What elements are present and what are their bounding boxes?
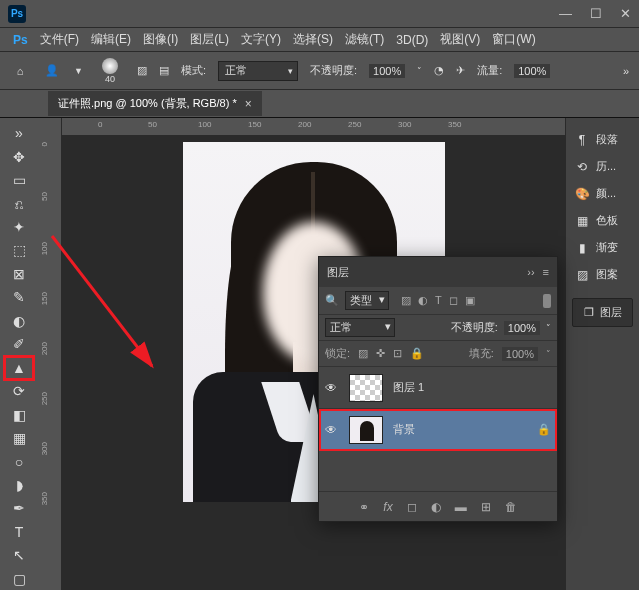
menu-filter[interactable]: 滤镜(T) [340,29,389,50]
layers-stack-icon: ❐ [584,306,594,319]
layer-row-background[interactable]: 👁 背景 🔒 [319,409,557,451]
dock-layers-button[interactable]: ❐图层 [572,298,633,327]
filter-type-select[interactable]: 类型 [345,291,389,310]
collapse-toolbar[interactable]: » [5,122,33,144]
history-icon: ⟲ [574,160,590,174]
new-layer-icon[interactable]: ⊞ [481,500,491,514]
menu-file[interactable]: 文件(F) [35,29,84,50]
visibility-icon[interactable]: 👁 [325,381,339,395]
eraser-tool[interactable]: ◧ [5,403,33,425]
dock-history[interactable]: ⟲历... [566,153,639,180]
pen-tool[interactable]: ✒ [5,497,33,519]
brush-tool[interactable]: ✐ [5,333,33,355]
type-tool[interactable]: T [5,521,33,543]
pattern-icon: ▨ [574,268,590,282]
layer-opacity-value[interactable]: 100% [504,321,540,335]
layer-name[interactable]: 背景 [393,422,415,437]
layer-row[interactable]: 👁 图层 1 [319,367,557,409]
filter-pixel-icon[interactable]: ▨ [401,294,411,307]
menu-image[interactable]: 图像(I) [138,29,183,50]
shape-tool[interactable]: ▢ [5,568,33,590]
document-tab[interactable]: 证件照.png @ 100% (背景, RGB/8) * × [48,91,262,116]
visibility-icon[interactable]: 👁 [325,423,339,437]
mode-label: 模式: [181,63,206,78]
dock-color[interactable]: 🎨颜... [566,180,639,207]
menu-type[interactable]: 文字(Y) [236,29,286,50]
horizontal-ruler: 0 50 100 150 200 250 300 350 [62,118,565,136]
brush-panel-icon[interactable]: ▨ [137,64,147,77]
tool-preset-icon[interactable]: 👤 [42,61,62,81]
dock-paragraph[interactable]: ¶段落 [566,126,639,153]
blend-mode-select[interactable]: 正常 [218,61,298,81]
crop-tool[interactable]: ⬚ [5,239,33,261]
filter-adjust-icon[interactable]: ◐ [418,294,428,307]
layer-blend-select[interactable]: 正常 [325,318,395,337]
lock-artboard-icon[interactable]: ⊡ [393,347,402,360]
tab-close-icon[interactable]: × [245,97,252,111]
pressure-opacity-icon[interactable]: ◔ [434,64,444,77]
flow-label: 流量: [477,63,502,78]
lock-pixels-icon[interactable]: ▨ [358,347,368,360]
home-icon[interactable]: ⌂ [10,61,30,81]
menu-3d[interactable]: 3D(D) [391,31,433,49]
layer-style-icon[interactable]: fx [383,500,392,514]
marquee-tool[interactable]: ▭ [5,169,33,191]
filter-shape-icon[interactable]: ◻ [449,294,458,307]
opacity-value[interactable]: 100% [369,64,405,78]
link-layers-icon[interactable]: ⚭ [359,500,369,514]
filter-smart-icon[interactable]: ▣ [465,294,475,307]
swatches-icon: ▦ [574,214,590,228]
right-dock: ¶段落 ⟲历... 🎨颜... ▦色板 ▮渐变 ▨图案 ❐图层 [565,118,639,590]
airbrush-icon[interactable]: ✈ [456,64,465,77]
menu-edit[interactable]: 编辑(E) [86,29,136,50]
close-button[interactable]: ✕ [620,6,631,21]
dock-swatches[interactable]: ▦色板 [566,207,639,234]
layer-name[interactable]: 图层 1 [393,380,424,395]
panel-menu-icon[interactable]: ≡ [543,266,549,278]
move-tool[interactable]: ✥ [5,145,33,167]
collapse-icon[interactable]: » [623,65,629,77]
menu-window[interactable]: 窗口(W) [487,29,540,50]
menu-layer[interactable]: 图层(L) [185,29,234,50]
vertical-ruler: 0 50 100 150 200 250 300 350 [38,118,62,590]
minimize-button[interactable]: — [559,6,572,21]
color-icon: 🎨 [574,187,590,201]
dock-pattern[interactable]: ▨图案 [566,261,639,288]
adjustment-icon[interactable]: ◐ [431,500,441,514]
lock-all-icon[interactable]: 🔒 [410,347,424,360]
menu-select[interactable]: 选择(S) [288,29,338,50]
filter-type-icon[interactable]: T [435,294,442,307]
ps-menu-icon[interactable]: Ps [8,31,33,49]
filter-toggle[interactable] [543,294,551,308]
history-brush-tool[interactable]: ⟳ [5,380,33,402]
maximize-button[interactable]: ☐ [590,6,602,21]
layer-thumbnail[interactable] [349,416,383,444]
layers-panel: 图层 ›› ≡ 🔍 类型 ▨ ◐ T ◻ ▣ 正常 不透明度: 100% ˅ 锁… [318,256,558,522]
gradient-icon: ▮ [574,241,590,255]
delete-icon[interactable]: 🗑 [505,500,517,514]
layer-thumbnail[interactable] [349,374,383,402]
group-icon[interactable]: ▬ [455,500,467,514]
flow-value[interactable]: 100% [514,64,550,78]
fill-label: 填充: [469,346,494,361]
menu-view[interactable]: 视图(V) [435,29,485,50]
clone-stamp-tool[interactable]: ▲ [5,357,33,379]
fill-value[interactable]: 100% [502,347,538,361]
mask-icon[interactable]: ◻ [407,500,417,514]
magic-wand-tool[interactable]: ✦ [5,216,33,238]
lock-position-icon[interactable]: ✜ [376,347,385,360]
brush-settings-icon[interactable]: ▤ [159,64,169,77]
dodge-tool[interactable]: ◗ [5,474,33,496]
layer-opacity-label: 不透明度: [451,320,498,335]
gradient-tool[interactable]: ▦ [5,427,33,449]
brush-preview[interactable]: 40 [95,58,125,84]
healing-tool[interactable]: ◐ [5,310,33,332]
path-tool[interactable]: ↖ [5,544,33,566]
blur-tool[interactable]: ○ [5,450,33,472]
lock-icon: 🔒 [537,423,551,436]
panel-collapse-icon[interactable]: ›› [527,266,534,278]
lasso-tool[interactable]: ⎌ [5,192,33,214]
dock-gradient[interactable]: ▮渐变 [566,234,639,261]
eyedropper-tool[interactable]: ✎ [5,286,33,308]
frame-tool[interactable]: ⊠ [5,263,33,285]
